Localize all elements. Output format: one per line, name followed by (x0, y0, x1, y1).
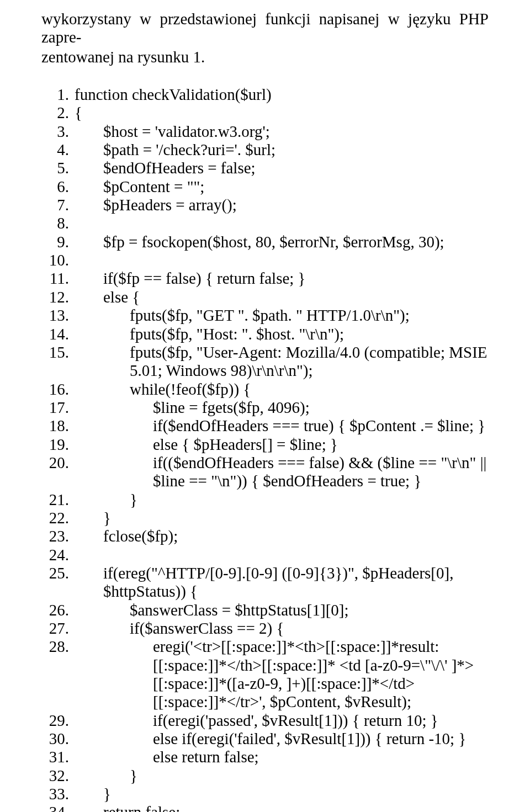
line-number: 9. (41, 233, 75, 251)
code-listing: 1.function checkValidation($url)2.{3.$ho… (41, 86, 489, 812)
line-content: if($answerClass == 2) { (75, 619, 489, 638)
line-number: 29. (41, 712, 75, 730)
code-row: 27.if($answerClass == 2) { (41, 619, 489, 638)
line-number: 33. (41, 785, 75, 803)
line-number: 20. (41, 454, 75, 472)
code-row: 16.while(!feof($fp)) { (41, 380, 489, 399)
line-content: else { (75, 288, 489, 306)
line-content: } (75, 509, 489, 527)
line-number: 21. (41, 491, 75, 509)
line-number: 12. (41, 288, 75, 306)
code-row: 13.fputs($fp, "GET ". $path. " HTTP/1.0\… (41, 306, 489, 325)
code-row: 22.} (41, 509, 489, 527)
code-row: 21.} (41, 491, 489, 509)
code-row: 17.$line = fgets($fp, 4096); (41, 399, 489, 417)
code-row: 28.eregi('<tr>[[:space:]]*<th>[[:space:]… (41, 638, 489, 711)
line-content: $endOfHeaders = false; (75, 159, 489, 177)
line-content: $pHeaders = array(); (75, 196, 489, 214)
line-content: while(!feof($fp)) { (75, 380, 489, 399)
line-content: } (75, 785, 489, 803)
line-number: 25. (41, 564, 75, 582)
line-content: } (75, 491, 489, 509)
code-row: 9.$fp = fsockopen($host, 80, $errorNr, $… (41, 233, 489, 251)
line-content: if(eregi('passed', $vResult[1])) { retur… (75, 712, 489, 730)
line-number: 10. (41, 251, 75, 269)
code-row: 11.if($fp == false) { return false; } (41, 269, 489, 288)
line-content: else return false; (75, 748, 489, 766)
code-row: 24. (41, 546, 489, 564)
code-row: 32.} (41, 767, 489, 785)
line-number: 2. (41, 104, 75, 122)
line-content: if($fp == false) { return false; } (75, 269, 489, 288)
code-row: 4.$path = '/check?uri='. $url; (41, 141, 489, 159)
code-row: 14.fputs($fp, "Host: ". $host. "\r\n"); (41, 325, 489, 343)
line-number: 15. (41, 343, 75, 362)
line-content: $line = fgets($fp, 4096); (75, 399, 489, 417)
line-number: 1. (41, 86, 75, 104)
line-content: fputs($fp, "Host: ". $host. "\r\n"); (75, 325, 489, 343)
line-content: $fp = fsockopen($host, 80, $errorNr, $er… (75, 233, 489, 251)
code-row: 18.if($endOfHeaders === true) { $pConten… (41, 417, 489, 435)
code-row: 26.$answerClass = $httpStatus[1][0]; (41, 601, 489, 619)
line-content: eregi('<tr>[[:space:]]*<th>[[:space:]]*r… (75, 638, 489, 711)
code-row: 15.fputs($fp, "User-Agent: Mozilla/4.0 (… (41, 343, 489, 380)
line-content: else if(eregi('failed', $vResult[1])) { … (75, 730, 489, 748)
code-row: 1.function checkValidation($url) (41, 86, 489, 104)
line-number: 31. (41, 748, 75, 766)
code-row: 6.$pContent = ""; (41, 178, 489, 196)
code-row: 31.else return false; (41, 748, 489, 766)
line-content: function checkValidation($url) (75, 86, 489, 104)
line-number: 14. (41, 325, 75, 343)
line-number: 22. (41, 509, 75, 527)
code-row: 25.if(ereg("^HTTP/[0-9].[0-9] ([0-9]{3})… (41, 564, 489, 601)
page: wykorzystany w przedstawionej funkcji na… (0, 0, 530, 812)
line-content: if(($endOfHeaders === false) && ($line =… (75, 454, 489, 491)
line-content: $pContent = ""; (75, 178, 489, 196)
line-number: 4. (41, 141, 75, 159)
line-number: 13. (41, 306, 75, 325)
line-number: 17. (41, 399, 75, 417)
code-row: 29.if(eregi('passed', $vResult[1])) { re… (41, 712, 489, 730)
code-row: 7.$pHeaders = array(); (41, 196, 489, 214)
line-content: fputs($fp, "User-Agent: Mozilla/4.0 (com… (75, 343, 489, 380)
code-row: 5.$endOfHeaders = false; (41, 159, 489, 177)
code-row: 8. (41, 214, 489, 232)
line-number: 26. (41, 601, 75, 619)
line-content: $host = 'validator.w3.org'; (75, 123, 489, 141)
code-row: 34.return false; (41, 803, 489, 812)
code-row: 20.if(($endOfHeaders === false) && ($lin… (41, 454, 489, 491)
line-number: 28. (41, 638, 75, 656)
code-row: 2.{ (41, 104, 489, 122)
line-number: 32. (41, 767, 75, 785)
line-number: 5. (41, 159, 75, 177)
line-content: if($endOfHeaders === true) { $pContent .… (75, 417, 489, 435)
line-number: 7. (41, 196, 75, 214)
line-content: $answerClass = $httpStatus[1][0]; (75, 601, 489, 619)
code-row: 23.fclose($fp); (41, 527, 489, 545)
code-row: 12.else { (41, 288, 489, 306)
line-number: 24. (41, 546, 75, 564)
intro-text-line-2: zentowanej na rysunku 1. (41, 48, 489, 66)
line-number: 3. (41, 123, 75, 141)
line-number: 11. (41, 269, 75, 288)
intro-text-line-1: wykorzystany w przedstawionej funkcji na… (41, 10, 489, 47)
line-content: fclose($fp); (75, 527, 489, 545)
line-content: else { $pHeaders[] = $line; } (75, 436, 489, 454)
code-row: 19.else { $pHeaders[] = $line; } (41, 436, 489, 454)
line-content: } (75, 767, 489, 785)
code-row: 33.} (41, 785, 489, 803)
line-number: 6. (41, 178, 75, 196)
code-row: 30.else if(eregi('failed', $vResult[1]))… (41, 730, 489, 748)
line-number: 34. (41, 803, 75, 812)
line-content: $path = '/check?uri='. $url; (75, 141, 489, 159)
line-number: 30. (41, 730, 75, 748)
code-row: 10. (41, 251, 489, 269)
line-content: { (75, 104, 489, 122)
line-number: 23. (41, 527, 75, 545)
line-content: return false; (75, 803, 489, 812)
line-number: 8. (41, 214, 75, 232)
line-number: 18. (41, 417, 75, 435)
line-content: if(ereg("^HTTP/[0-9].[0-9] ([0-9]{3})", … (75, 564, 489, 601)
line-number: 27. (41, 619, 75, 638)
code-row: 3.$host = 'validator.w3.org'; (41, 123, 489, 141)
